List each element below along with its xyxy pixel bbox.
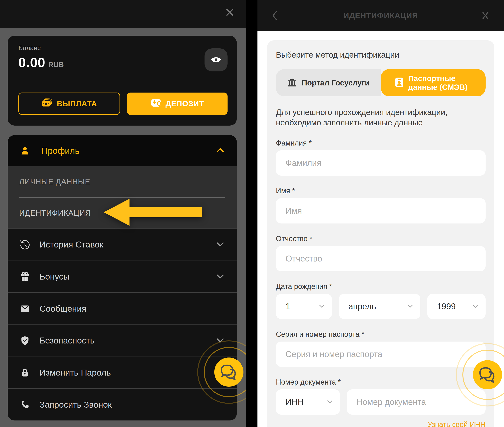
method-gosuslugi-button[interactable]: Портал Госуслуги — [276, 69, 381, 96]
page-title: ИДЕНТИФИКАЦИЯ — [343, 11, 418, 20]
menu-item-change-password[interactable]: Изменить Пароль — [8, 357, 237, 389]
withdraw-label: ВЫПЛАТА — [57, 99, 97, 108]
banknotes-icon — [41, 99, 52, 109]
chevron-down-icon — [318, 302, 325, 311]
chat-button[interactable] — [214, 358, 244, 387]
balance-label: Баланс — [18, 44, 41, 52]
close-icon[interactable] — [477, 7, 494, 24]
chevron-down-icon — [215, 239, 225, 250]
deposit-button[interactable]: ДЕПОЗИТ — [127, 92, 228, 115]
method-passport-button[interactable]: Паспортные данные (СМЭВ) — [381, 69, 486, 96]
menu-row-label: Безопасность — [39, 336, 215, 346]
panel-gap — [246, 0, 258, 427]
firstname-label: Имя * — [276, 187, 486, 195]
birth-year-select[interactable]: 1999 — [427, 294, 486, 319]
balance-currency: RUB — [48, 61, 64, 69]
firstname-input[interactable] — [276, 198, 486, 223]
menu-item-bonuses[interactable]: Бонусы — [8, 260, 237, 293]
identification-header: ИДЕНТИФИКАЦИЯ — [258, 0, 504, 31]
method-gosuslugi-label: Портал Госуслуги — [302, 78, 370, 87]
submenu-item-personal-data[interactable]: ЛИЧНЫЕ ДАННЫЕ — [8, 166, 237, 197]
menu-row-label: Сообщения — [39, 304, 225, 314]
shield-check-icon — [19, 335, 31, 346]
chevron-down-icon — [472, 302, 479, 311]
id-badge-icon — [395, 77, 404, 88]
menu-row-label: Запросить Звонок — [39, 400, 225, 410]
chat-bubbles-icon — [219, 362, 239, 383]
drawer-header — [0, 0, 246, 28]
personal-data-label: ЛИЧНЫЕ ДАННЫЕ — [19, 177, 90, 186]
menu-row-label: Бонусы — [39, 272, 215, 282]
balance-card: Баланс 0.00 RUB — [8, 36, 237, 126]
account-drawer: Баланс 0.00 RUB — [0, 0, 246, 427]
profile-submenu: ЛИЧНЫЕ ДАННЫЕ ИДЕНТИФИКАЦИЯ — [8, 166, 237, 229]
document-type-value: ИНН — [285, 397, 304, 407]
balance-amount: 0.00 — [18, 55, 45, 70]
identification-form-card: Выберите метод идентификации Портал Госу… — [267, 40, 494, 427]
menu-item-bet-history[interactable]: История Ставок — [8, 229, 237, 260]
document-row: ИНН — [276, 389, 486, 415]
document-type-select[interactable]: ИНН — [276, 389, 340, 415]
profile-menu-card: Профиль ЛИЧНЫЕ ДАННЫЕ ИДЕНТИФИКАЦИЯ — [8, 135, 237, 420]
document-number-input[interactable] — [347, 389, 486, 415]
menu-rows: История Ставок — [8, 229, 237, 420]
passport-input[interactable] — [276, 342, 486, 367]
menu-item-messages[interactable]: Сообщения — [8, 292, 237, 324]
balance-actions: ВЫПЛАТА ДЕПОЗИТ — [18, 92, 228, 115]
back-chevron-icon[interactable] — [267, 7, 282, 24]
birth-year-value: 1999 — [437, 302, 456, 311]
history-icon — [19, 239, 31, 250]
surname-input[interactable] — [276, 150, 486, 176]
method-title: Выберите метод идентификации — [276, 50, 486, 60]
identification-panel: ИДЕНТИФИКАЦИЯ Выберите метод идентификац… — [258, 0, 504, 427]
chevron-up-icon — [215, 145, 225, 156]
find-inn-link[interactable]: Узнать свой ИНН — [428, 420, 486, 427]
chevron-down-icon — [215, 335, 225, 346]
submenu-item-identification[interactable]: ИДЕНТИФИКАЦИЯ — [8, 198, 237, 229]
eye-icon — [210, 54, 222, 66]
birthdate-label: Дата рождения * — [276, 282, 486, 291]
profile-menu-label: Профиль — [41, 145, 215, 156]
mail-icon — [19, 303, 31, 314]
lock-icon — [19, 367, 31, 378]
close-icon[interactable] — [222, 5, 237, 20]
birth-month-value: апрель — [348, 302, 376, 311]
inn-link-row: Узнать свой ИНН — [276, 420, 486, 427]
identification-label: ИДЕНТИФИКАЦИЯ — [19, 209, 91, 217]
screen: Баланс 0.00 RUB — [0, 0, 504, 427]
wallet-deposit-icon — [151, 98, 161, 109]
birth-month-select[interactable]: апрель — [339, 294, 421, 319]
bank-building-icon — [287, 77, 297, 88]
deposit-label: ДЕПОЗИТ — [166, 99, 204, 108]
passport-label: Серия и номер паспорта * — [276, 330, 486, 338]
surname-label: Фамилия * — [276, 139, 486, 147]
person-icon — [19, 145, 31, 156]
phone-icon — [19, 399, 31, 411]
withdraw-button[interactable]: ВЫПЛАТА — [18, 92, 120, 115]
method-toggle: Портал Госуслуги Паспортные данные (СМЭВ… — [276, 69, 486, 96]
document-number-label: Номер документа * — [276, 378, 486, 386]
method-passport-label: Паспортные данные (СМЭВ) — [408, 74, 472, 92]
patronymic-input[interactable] — [276, 246, 486, 271]
birth-day-select[interactable]: 1 — [276, 294, 332, 319]
chat-button[interactable] — [473, 360, 502, 389]
menu-item-request-call[interactable]: Запросить Звонок — [8, 389, 237, 420]
chevron-down-icon — [326, 398, 334, 406]
chevron-down-icon — [215, 271, 225, 282]
menu-item-profile[interactable]: Профиль — [8, 135, 237, 166]
birthdate-row: 1 апрель 1999 — [276, 294, 486, 319]
gift-icon — [19, 271, 31, 282]
birth-day-value: 1 — [285, 302, 290, 311]
chat-bubbles-icon — [477, 364, 498, 385]
menu-row-label: Изменить Пароль — [39, 368, 225, 378]
form-description-line1: Для успешного прохождения идентификации, — [276, 107, 486, 117]
form-description: Для успешного прохождения идентификации,… — [276, 107, 486, 128]
patronymic-label: Отчество * — [276, 235, 486, 243]
menu-row-label: История Ставок — [39, 240, 215, 250]
chevron-down-icon — [407, 302, 414, 311]
toggle-balance-visibility-button[interactable] — [205, 48, 228, 71]
balance-amount-row: 0.00 RUB — [18, 55, 64, 70]
highlight-arrow-left-icon — [104, 198, 203, 228]
form-description-line2: необходимо заполнить личные данные — [276, 117, 486, 128]
menu-item-security[interactable]: Безопасность — [8, 324, 237, 357]
